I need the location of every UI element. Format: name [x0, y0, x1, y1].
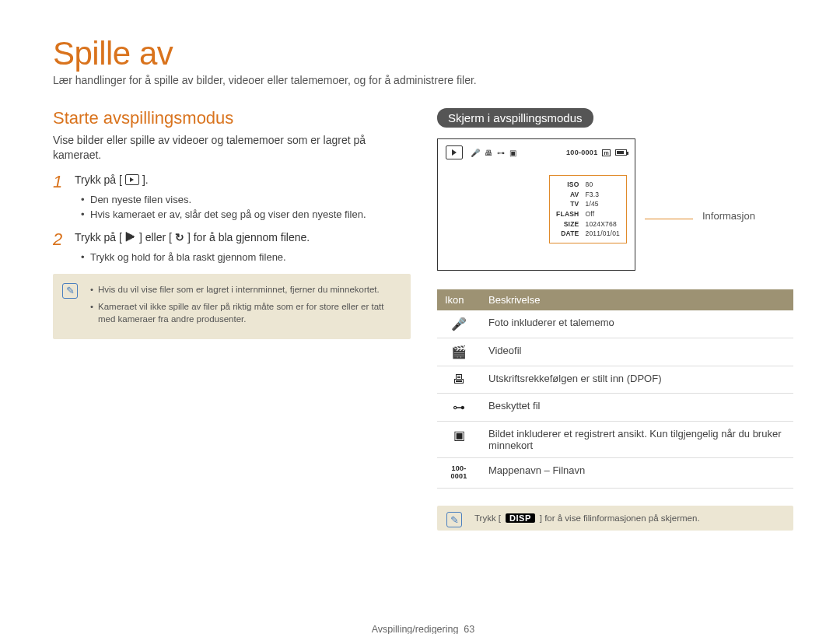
table-head-icon: Ikon	[437, 289, 481, 310]
table-row: 🖶 Utskriftsrekkefølgen er stilt inn (DPO…	[437, 366, 793, 394]
face-icon: ▣	[509, 149, 516, 157]
note-box: ✎ Hvis du vil vise filer som er lagret i…	[53, 274, 411, 339]
table-desc: Beskyttet fil	[481, 394, 793, 422]
step-text: ] eller [	[139, 231, 172, 243]
table-row: 🎬 Videofil	[437, 338, 793, 366]
icon-description-table: Ikon Beskrivelse 🎤 Foto inkluderer et ta…	[437, 289, 793, 489]
printer-icon: 🖶	[485, 149, 492, 157]
note-text: ] for å vise filinformasjonen på skjerme…	[540, 513, 700, 523]
bullet: Trykk og hold for å bla raskt gjennom fi…	[81, 251, 411, 263]
section-heading: Starte avspillingsmodus	[53, 108, 411, 128]
footer-page: 63	[464, 624, 474, 634]
table-row: ⊶ Beskyttet fil	[437, 394, 793, 422]
info-box: ISO80 AVF3.3 TV1/45 FLASHOff SIZE1024X76…	[549, 175, 627, 243]
video-icon: 🎬	[437, 338, 481, 366]
page-title: Spille av	[53, 35, 793, 72]
step-2-bullets: Trykk og hold for å bla raskt gjennom fi…	[81, 251, 411, 263]
memory-icon: m	[602, 149, 611, 156]
note-item: Hvis du vil vise filer som er lagret i i…	[90, 283, 400, 296]
playback-screen: 🎤 🖶 ⊶ ▣ 100-0001 m ISO80	[437, 138, 635, 271]
step-text: ] for å bla gjennom filene.	[187, 231, 310, 243]
note-icon: ✎	[446, 512, 462, 527]
face-icon: ▣	[437, 422, 481, 458]
play-icon	[125, 174, 139, 185]
callout-label: Informasjon	[702, 210, 755, 222]
page-footer: Avspilling/redigering 63	[53, 624, 793, 634]
section-intro: Vise bilder eller spille av videoer og t…	[53, 133, 411, 163]
step-2: 2 Trykk på [ ⯈ ] eller [ ↻ ] for å bla g…	[53, 231, 411, 248]
table-row: ▣ Bildet inkluderer et registrert ansikt…	[437, 422, 793, 458]
folder-file-label: 100-0001	[566, 149, 597, 156]
battery-icon	[615, 149, 627, 156]
flash-icon: ⯈	[125, 231, 136, 243]
note-icon: ✎	[62, 283, 78, 299]
timer-icon: ↻	[175, 231, 184, 243]
page-subtitle: Lær handlinger for å spille av bilder, v…	[53, 74, 793, 86]
step-text: Trykk på [	[75, 173, 122, 186]
right-heading-pill: Skjerm i avspillingsmodus	[437, 108, 593, 128]
step-1-bullets: Den nyeste filen vises. Hvis kameraet er…	[81, 194, 411, 220]
mic-icon: 🎤	[437, 310, 481, 338]
bullet: Hvis kameraet er av, slår det seg på og …	[81, 208, 411, 220]
play-icon	[446, 145, 463, 159]
note-item: Kameraet vil ikke spille av filer på rik…	[90, 300, 400, 325]
screen-top-icons: 🎤 🖶 ⊶ ▣	[471, 149, 516, 157]
footer-section: Avspilling/redigering	[372, 624, 459, 634]
table-head-desc: Beskrivelse	[481, 289, 793, 310]
table-desc: Bildet inkluderer et registrert ansikt. …	[481, 422, 793, 458]
lock-icon: ⊶	[497, 149, 505, 157]
step-number: 2	[53, 231, 67, 248]
note-text: Trykk [	[474, 513, 501, 523]
printer-icon: 🖶	[437, 366, 481, 394]
mic-icon: 🎤	[471, 149, 480, 157]
lock-icon: ⊶	[437, 394, 481, 422]
step-text: Trykk på [	[75, 231, 122, 243]
folder-file-label: 100-0001	[437, 458, 481, 489]
step-number: 1	[53, 173, 67, 191]
step-text: ].	[142, 173, 149, 186]
note-box: ✎ Trykk [ DISP ] for å vise filinformasj…	[437, 506, 793, 531]
bullet: Den nyeste filen vises.	[81, 194, 411, 205]
disp-button-label: DISP	[506, 513, 535, 523]
table-desc: Mappenavn – Filnavn	[481, 458, 793, 489]
table-desc: Utskriftsrekkefølgen er stilt inn (DPOF)	[481, 366, 793, 394]
step-1: 1 Trykk på [ ].	[53, 173, 411, 191]
table-row: 🎤 Foto inkluderer et talememo	[437, 310, 793, 338]
callout-line	[645, 219, 693, 219]
table-row: 100-0001 Mappenavn – Filnavn	[437, 458, 793, 489]
table-desc: Foto inkluderer et talememo	[481, 310, 793, 338]
table-desc: Videofil	[481, 338, 793, 366]
